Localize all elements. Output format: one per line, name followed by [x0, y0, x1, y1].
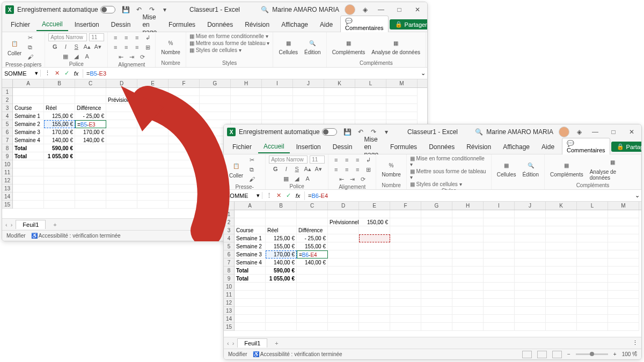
cell[interactable]	[297, 275, 328, 283]
align-bottom-icon[interactable]: ≡	[353, 156, 362, 164]
maximize-button[interactable]: □	[393, 3, 406, 16]
cell[interactable]	[137, 144, 169, 152]
cell[interactable]	[421, 234, 452, 242]
cell[interactable]	[577, 323, 608, 331]
row-header[interactable]: 5	[224, 242, 234, 250]
cell[interactable]	[328, 250, 359, 258]
cell[interactable]	[266, 299, 297, 307]
cell[interactable]	[328, 210, 359, 218]
cell[interactable]	[137, 160, 169, 168]
save-icon[interactable]: 💾	[122, 5, 130, 14]
col-header[interactable]: C	[75, 79, 106, 87]
orientation-icon[interactable]: ⟳	[358, 175, 367, 183]
cell[interactable]	[390, 234, 421, 242]
addins-button[interactable]: ▦Compléments	[330, 36, 368, 56]
col-header[interactable]: I	[484, 202, 515, 210]
cell[interactable]	[106, 120, 137, 128]
cell[interactable]	[421, 291, 452, 299]
row-header[interactable]: 6	[224, 250, 234, 258]
cell[interactable]: 150,00 €	[137, 96, 169, 104]
maximize-button[interactable]: □	[607, 125, 620, 138]
indent-dec-icon[interactable]: ⇤	[337, 175, 346, 183]
cell[interactable]	[324, 104, 355, 112]
cell[interactable]: 140,00 €	[75, 136, 106, 144]
col-header[interactable]: J	[515, 202, 546, 210]
cell[interactable]	[452, 210, 484, 218]
row-header[interactable]: 1	[2, 88, 12, 96]
cell[interactable]	[169, 104, 200, 112]
cell[interactable]	[44, 201, 75, 209]
cell[interactable]	[169, 176, 200, 184]
cell[interactable]	[297, 299, 328, 307]
cell[interactable]	[390, 242, 421, 250]
cell[interactable]	[262, 112, 293, 120]
menu-formules[interactable]: Formules	[163, 19, 201, 31]
cell[interactable]	[386, 96, 418, 104]
cell[interactable]	[546, 315, 577, 323]
cell[interactable]	[200, 88, 231, 96]
editing-cell[interactable]: =B5-E3	[75, 120, 106, 128]
page-layout-button[interactable]	[537, 351, 547, 358]
cell[interactable]	[355, 88, 386, 96]
menu-accueil[interactable]: Accueil	[258, 141, 290, 153]
sheet-options-icon[interactable]: ⋮	[632, 339, 638, 346]
cell[interactable]	[297, 307, 328, 315]
cell[interactable]	[44, 96, 75, 104]
cell[interactable]	[137, 112, 169, 120]
menu-insertion[interactable]: Insertion	[291, 141, 326, 153]
cell[interactable]	[13, 96, 44, 104]
cell[interactable]	[231, 96, 262, 104]
cell[interactable]: 150,00 €	[359, 218, 390, 226]
cell[interactable]: - 25,00 €	[75, 112, 106, 120]
row-header[interactable]: 9	[224, 275, 234, 283]
cell[interactable]	[386, 88, 418, 96]
cell[interactable]	[546, 307, 577, 315]
menu-fichier[interactable]: Fichier	[5, 19, 35, 31]
cell[interactable]	[421, 275, 452, 283]
cell[interactable]	[200, 112, 231, 120]
cell[interactable]: 590,00 €	[266, 267, 297, 275]
cell[interactable]	[546, 291, 577, 299]
row-header[interactable]: 4	[2, 112, 12, 120]
cell[interactable]	[608, 218, 639, 226]
cell[interactable]	[390, 275, 421, 283]
cell[interactable]	[328, 226, 359, 234]
cell[interactable]	[75, 168, 106, 176]
menu-accueil[interactable]: Accueil	[36, 18, 68, 31]
cell[interactable]: Semaine 4	[235, 258, 266, 267]
menu-formules[interactable]: Formules	[385, 141, 422, 153]
cell[interactable]	[546, 234, 577, 242]
cell[interactable]	[106, 144, 137, 152]
cell[interactable]	[515, 218, 546, 226]
merge-icon[interactable]: ⊞	[143, 43, 152, 51]
cell[interactable]	[355, 112, 386, 120]
cell[interactable]	[235, 291, 266, 299]
cell[interactable]: 140,00 €	[297, 258, 328, 267]
accept-icon[interactable]: ✓	[284, 191, 292, 200]
comments-button[interactable]: 💬 Commentaires	[562, 138, 610, 156]
cell-styles-button[interactable]: ▦ Styles de cellules ▾	[189, 47, 241, 53]
diamond-icon[interactable]: ◈	[361, 5, 369, 14]
cell[interactable]	[577, 283, 608, 291]
conditional-format-button[interactable]: ▦ Mise en forme conditionnelle ▾	[410, 156, 488, 167]
cell[interactable]: Semaine 4	[13, 136, 44, 144]
font-size-select[interactable]: 11	[89, 33, 104, 41]
fill-color-icon[interactable]: ◢	[72, 52, 80, 61]
formula-input[interactable]: =B6-E4	[305, 193, 633, 199]
cell[interactable]	[13, 88, 44, 96]
cell[interactable]	[324, 88, 355, 96]
cells-button[interactable]: ▦Cellules	[276, 36, 300, 56]
cell[interactable]	[200, 96, 231, 104]
row-header[interactable]: 8	[224, 267, 234, 275]
col-header[interactable]: K	[546, 202, 577, 210]
cell[interactable]	[546, 258, 577, 267]
underline-button[interactable]: S	[292, 165, 301, 173]
cell[interactable]	[390, 226, 421, 234]
cell[interactable]	[546, 323, 577, 331]
fx-icon[interactable]: fx	[294, 191, 302, 200]
align-center-icon[interactable]: ≡	[122, 43, 130, 51]
merge-icon[interactable]: ⊞	[364, 165, 372, 174]
cell[interactable]	[297, 218, 328, 226]
cell[interactable]	[106, 128, 137, 136]
cell[interactable]	[293, 104, 324, 112]
